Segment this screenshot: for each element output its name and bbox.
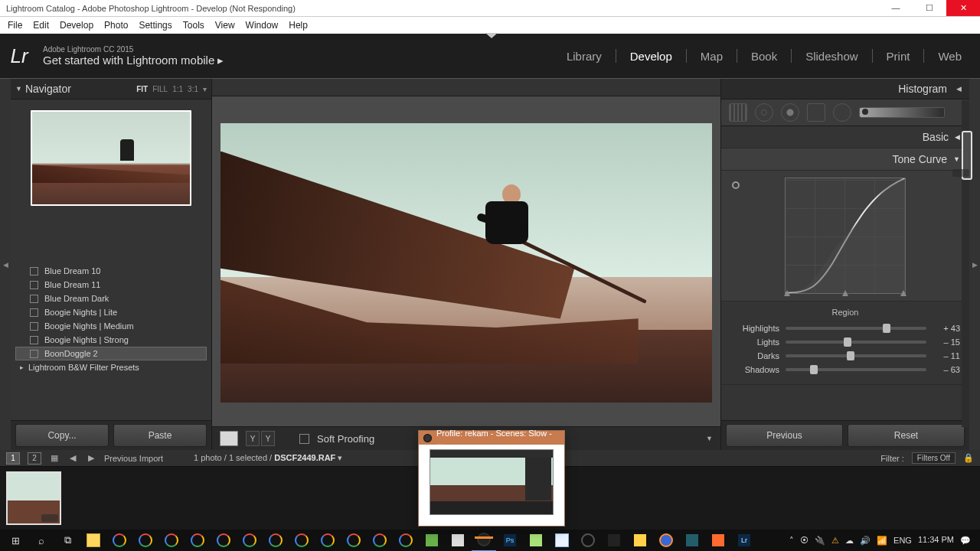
tray-power-icon[interactable]: 🔌	[815, 536, 825, 546]
reset-button[interactable]: Reset	[848, 424, 965, 447]
taskbar-chrome-7[interactable]	[263, 530, 288, 551]
module-web[interactable]: Web	[932, 45, 968, 67]
tray-language[interactable]: ENG	[893, 536, 912, 545]
menu-window[interactable]: Window	[246, 20, 279, 31]
menu-help[interactable]: Help	[289, 20, 308, 31]
before-after-buttons[interactable]: YY	[246, 431, 275, 446]
taskbar-app-dark1[interactable]	[576, 530, 600, 551]
graduated-filter-tool[interactable]	[807, 103, 825, 122]
tray-clock[interactable]: 11:34 PM	[918, 536, 954, 545]
menu-settings[interactable]: Settings	[139, 20, 172, 31]
menu-photo[interactable]: Photo	[104, 20, 128, 31]
spot-removal-tool[interactable]	[755, 103, 773, 122]
preset-item[interactable]: Blue Dream Dark	[15, 292, 207, 305]
zoom-3-1[interactable]: 3:1	[188, 85, 198, 93]
right-scrollbar[interactable]	[962, 100, 969, 427]
taskbar-explorer[interactable]	[81, 530, 106, 551]
taskbar-photoshop[interactable]: Ps	[498, 530, 522, 551]
taskbar-chrome-6[interactable]	[237, 530, 262, 551]
taskbar-chrome-5[interactable]	[211, 530, 236, 551]
taskbar-chrome-2[interactable]	[133, 530, 158, 551]
tray-warning-icon[interactable]: ⚠	[831, 536, 839, 546]
window-minimize-button[interactable]: —	[879, 0, 913, 16]
slider-shadows[interactable]: Shadows – 63	[730, 363, 960, 377]
slider-darks[interactable]: Darks – 11	[730, 349, 960, 363]
navigator-thumbnail[interactable]	[31, 110, 191, 206]
taskbar-store[interactable]	[446, 530, 470, 551]
adjustment-brush-tool[interactable]	[859, 107, 945, 118]
left-edge-handle[interactable]: ◀	[0, 79, 11, 450]
loupe-view-button[interactable]	[220, 431, 238, 446]
preset-item[interactable]: Boogie Nights | Medium	[15, 319, 207, 333]
tone-curve-header[interactable]: Tone Curve▼	[721, 148, 969, 171]
module-print[interactable]: Print	[880, 45, 916, 67]
previous-button[interactable]: Previous	[726, 424, 843, 447]
filter-lock-icon[interactable]: 🔒	[963, 453, 974, 464]
module-map[interactable]: Map	[694, 45, 729, 67]
nav-next-icon[interactable]: ▶	[86, 453, 96, 464]
zoom-dropdown[interactable]: ▾	[203, 85, 207, 93]
taskbar-chrome-10[interactable]	[341, 530, 366, 551]
taskbar-chrome-12[interactable]	[394, 530, 418, 551]
module-book[interactable]: Book	[745, 45, 783, 67]
main-photo[interactable]	[220, 123, 712, 403]
tray-location-icon[interactable]: ⦿	[800, 536, 808, 545]
zoom-fill[interactable]: FILL	[152, 85, 168, 93]
filmstrip-thumbnail[interactable]	[6, 471, 61, 525]
target-adjustment-icon[interactable]	[732, 181, 740, 189]
monitor-2-button[interactable]: 2	[28, 452, 41, 465]
taskbar-app-dark2[interactable]	[602, 530, 626, 551]
basic-header[interactable]: Basic◀	[721, 126, 969, 148]
tray-volume-icon[interactable]: 🔊	[860, 536, 871, 546]
taskbar-notepad[interactable]	[550, 530, 574, 551]
monitor-1-button[interactable]: 1	[6, 452, 20, 465]
tray-wifi-icon[interactable]: 📶	[877, 536, 887, 546]
soft-proofing-checkbox[interactable]	[299, 434, 309, 444]
filter-select[interactable]: Filters Off	[912, 452, 956, 464]
taskbar-firefox[interactable]	[654, 530, 678, 551]
taskbar-chrome-8[interactable]	[289, 530, 314, 551]
source-label[interactable]: Previous Import	[104, 454, 163, 463]
preset-item-selected[interactable]: BoonDoggle 2	[15, 347, 207, 360]
paste-button[interactable]: Paste	[113, 424, 207, 447]
taskbar-chrome-11[interactable]	[368, 530, 392, 551]
menu-develop[interactable]: Develop	[60, 20, 93, 31]
tray-onedrive-icon[interactable]: ☁	[845, 536, 854, 546]
copy-button[interactable]: Copy...	[15, 424, 109, 447]
menu-file[interactable]: File	[8, 20, 22, 31]
taskbar-chrome-9[interactable]	[315, 530, 340, 551]
curve-region-handles[interactable]	[784, 290, 906, 296]
taskbar-chrome-3[interactable]	[159, 530, 184, 551]
toolbar-dropdown[interactable]: ▼	[706, 435, 713, 442]
tray-overflow-icon[interactable]: ˄	[789, 536, 794, 546]
preset-item[interactable]: Blue Dream 11	[15, 278, 207, 292]
slider-highlights[interactable]: Highlights + 43	[730, 321, 960, 335]
tone-curve-graph[interactable]	[785, 178, 906, 294]
nav-prev-icon[interactable]: ◀	[67, 453, 78, 464]
taskbar-app-orange[interactable]	[706, 530, 730, 551]
taskbar-lightroom[interactable]: Lr	[732, 530, 756, 551]
slider-lights[interactable]: Lights – 15	[730, 335, 960, 349]
taskbar-app-green[interactable]	[420, 530, 444, 551]
window-maximize-button[interactable]: ☐	[913, 0, 946, 16]
menu-view[interactable]: View	[215, 20, 235, 31]
redeye-tool[interactable]	[781, 103, 799, 122]
taskbar-app-lime[interactable]	[524, 530, 548, 551]
preset-item[interactable]: Boogie Nights | Lite	[15, 305, 207, 319]
filename-dropdown-icon[interactable]: ▾	[338, 453, 342, 462]
preset-item[interactable]: Boogie Nights | Strong	[15, 333, 207, 347]
module-slideshow[interactable]: Slideshow	[799, 45, 864, 67]
window-close-button[interactable]: ✕	[946, 0, 980, 16]
taskbar-app-teal[interactable]	[680, 530, 704, 551]
taskbar-app-yellow[interactable]	[628, 530, 652, 551]
histogram-header[interactable]: Histogram◀	[721, 79, 969, 99]
zoom-fit[interactable]: FIT	[136, 85, 148, 93]
top-edge-handle[interactable]	[485, 33, 498, 38]
menu-tools[interactable]: Tools	[183, 20, 204, 31]
navigator-header[interactable]: ▼ Navigator FIT FILL 1:1 3:1 ▾	[11, 79, 211, 99]
crop-tool[interactable]	[729, 103, 747, 122]
preset-item[interactable]: Blue Dream 10	[15, 264, 207, 278]
tray-notifications-icon[interactable]: 💬	[960, 536, 971, 546]
module-develop[interactable]: Develop	[624, 45, 678, 67]
grid-view-icon[interactable]: ▦	[49, 453, 60, 464]
